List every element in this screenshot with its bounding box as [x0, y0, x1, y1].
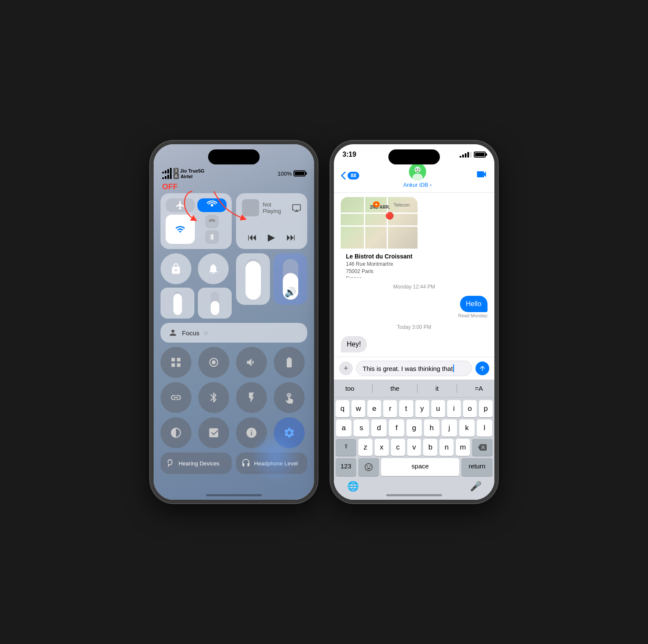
cursor — [453, 365, 454, 372]
back-button[interactable]: 88 — [341, 171, 359, 180]
flashlight-button[interactable] — [236, 382, 267, 413]
key-f[interactable]: f — [389, 419, 404, 437]
map-preview: 2ND ARR. 🔴 Telecon ● — [341, 197, 418, 249]
key-q[interactable]: q — [336, 400, 349, 417]
num-key[interactable]: 123 — [336, 458, 356, 476]
soundwaves-button[interactable] — [236, 347, 267, 378]
key-t[interactable]: t — [399, 400, 413, 417]
home-indicator-2 — [386, 494, 442, 496]
chain-button[interactable] — [160, 382, 191, 413]
key-d[interactable]: d — [371, 419, 387, 437]
send-button[interactable] — [475, 361, 489, 375]
battery-mode-button[interactable] — [274, 347, 305, 378]
calculator-button[interactable] — [198, 417, 229, 448]
delete-key[interactable] — [472, 439, 493, 456]
add-attachment-button[interactable]: + — [339, 361, 353, 375]
record-button[interactable] — [198, 347, 229, 378]
now-playing-widget[interactable]: Not Playing ⏮ ▶ ⏭ — [236, 193, 307, 249]
autocomplete-the[interactable]: the — [385, 383, 405, 394]
space-key[interactable]: space — [381, 458, 459, 476]
message-input-bar: + This is great. I was thinking that — [334, 357, 494, 380]
cc-row3 — [160, 347, 307, 378]
battery-icon — [294, 170, 306, 176]
key-p[interactable]: p — [479, 400, 493, 417]
contact-avatar — [409, 163, 426, 180]
bell-icon — [207, 263, 219, 275]
key-b[interactable]: b — [423, 439, 437, 456]
contact-name-text: Ankur iDB — [403, 182, 428, 188]
key-o[interactable]: o — [463, 400, 477, 417]
contact-info[interactable]: Ankur iDB › — [403, 163, 431, 188]
back-badge: 88 — [348, 172, 359, 179]
gesture-button[interactable] — [274, 382, 305, 413]
connectivity-widget[interactable] — [160, 193, 232, 249]
airplay-icon[interactable] — [292, 203, 301, 213]
address-line2: 75002 Paris — [346, 268, 412, 275]
next-track-button[interactable]: ⏭ — [286, 232, 296, 243]
settings-button[interactable] — [274, 417, 305, 448]
video-call-button[interactable] — [475, 168, 488, 183]
np-top: Not Playing — [242, 199, 301, 216]
cc-content: Not Playing ⏮ ▶ ⏭ — [154, 193, 314, 474]
key-x[interactable]: x — [375, 439, 389, 456]
volume-slider[interactable]: 🔊 — [273, 253, 307, 305]
focus-button[interactable]: Focus ◇ — [160, 323, 307, 343]
key-a[interactable]: a — [336, 419, 351, 437]
autocomplete-translate[interactable]: =A — [469, 383, 488, 394]
key-w[interactable]: w — [351, 400, 365, 417]
place-name: Le Bistrot du Croissant — [346, 253, 412, 260]
brightness-mini[interactable] — [160, 288, 194, 319]
message-text-input[interactable]: This is great. I was thinking that — [356, 361, 472, 376]
key-s[interactable]: s — [354, 419, 369, 437]
road-v1 — [364, 197, 365, 249]
key-z[interactable]: z — [358, 439, 372, 456]
key-m[interactable]: m — [456, 439, 470, 456]
airplane-toggle[interactable] — [166, 198, 195, 212]
mute-button[interactable] — [198, 253, 229, 284]
telecom-label: Telecon — [394, 202, 410, 207]
bluetooth-toggle[interactable] — [205, 230, 219, 244]
autocomplete-too[interactable]: too — [340, 383, 360, 394]
brightness-track — [245, 259, 261, 300]
key-y[interactable]: y — [415, 400, 429, 417]
brightness-slider[interactable] — [236, 253, 270, 305]
wifi-toggle[interactable] — [166, 215, 195, 244]
contrast-button[interactable] — [160, 417, 191, 448]
cellular-toggle[interactable] — [197, 198, 227, 212]
window-button[interactable] — [160, 347, 191, 378]
key-h[interactable]: h — [424, 419, 439, 437]
globe-key[interactable]: 🌐 — [342, 478, 363, 495]
bar2 — [165, 170, 167, 173]
mic-key[interactable]: 🎤 — [465, 478, 486, 495]
key-v[interactable]: v — [407, 439, 421, 456]
key-u[interactable]: u — [431, 400, 445, 417]
headphone-level-button[interactable]: Headphone Level — [236, 453, 307, 474]
key-k[interactable]: k — [459, 419, 475, 437]
map-card[interactable]: 2ND ARR. 🔴 Telecon ● Le Bistrot du Crois… — [341, 197, 418, 278]
bluetooth2-button[interactable] — [198, 382, 229, 413]
key-c[interactable]: c — [391, 439, 405, 456]
key-n[interactable]: n — [439, 439, 454, 456]
key-r[interactable]: r — [383, 400, 397, 417]
play-pause-button[interactable]: ▶ — [268, 232, 275, 243]
hearing-devices-button[interactable]: Hearing Devices — [160, 453, 232, 474]
shift-key[interactable]: ⇧ — [336, 439, 356, 456]
key-e[interactable]: e — [367, 400, 381, 417]
key-j[interactable]: j — [442, 419, 457, 437]
autocomplete-bar: too the it =A — [334, 380, 494, 398]
shazam-button[interactable] — [236, 417, 267, 448]
emoji-key[interactable] — [358, 458, 379, 476]
key-i[interactable]: i — [447, 400, 461, 417]
return-key[interactable]: return — [461, 458, 493, 476]
key-g[interactable]: g — [406, 419, 422, 437]
screen-lock-button[interactable] — [160, 253, 191, 284]
bar4 — [170, 168, 172, 173]
mb4 — [467, 152, 469, 158]
key-l[interactable]: l — [477, 419, 492, 437]
volume-mini[interactable] — [198, 288, 232, 319]
cc-row4 — [160, 382, 307, 413]
prev-track-button[interactable]: ⏮ — [248, 232, 257, 243]
cellular-dots[interactable] — [205, 215, 219, 228]
record-icon — [208, 356, 220, 368]
autocomplete-it[interactable]: it — [430, 383, 444, 394]
